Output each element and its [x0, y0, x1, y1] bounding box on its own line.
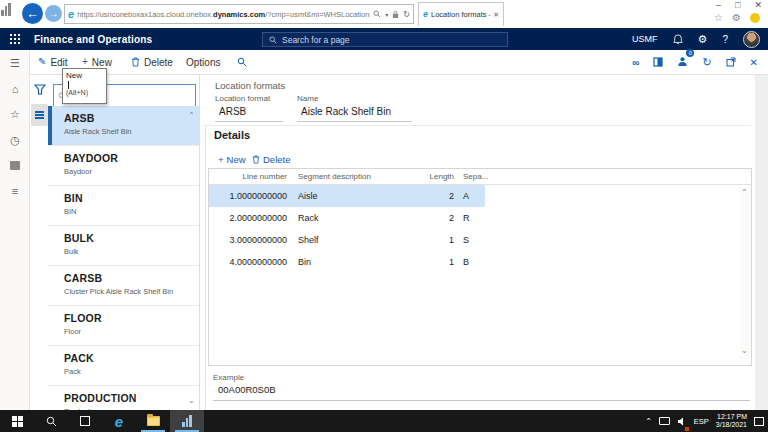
- help-icon[interactable]: ?: [722, 34, 728, 45]
- table-row[interactable]: 4.0000000000Bin1B: [209, 251, 485, 273]
- cell-length[interactable]: 2: [399, 213, 457, 223]
- col-line-number[interactable]: Line number: [209, 172, 291, 181]
- list-scroll-up-icon[interactable]: ⌃: [188, 112, 196, 120]
- attachments-icon[interactable]: ∞: [632, 57, 639, 68]
- waffle-icon[interactable]: [10, 34, 20, 44]
- task-view-icon: [80, 416, 90, 426]
- cell-line-number[interactable]: 2.0000000000: [209, 213, 291, 223]
- list-item[interactable]: CARSBCluster Pick Aisle Rack Shelf Bin: [48, 266, 200, 306]
- list-scroll-down-icon[interactable]: ⌄: [188, 397, 196, 405]
- browser-address-bar[interactable]: e https://usnconeboxax1aos.cloud.onebox.…: [64, 4, 414, 24]
- cell-length[interactable]: 1: [399, 235, 457, 245]
- popout-icon[interactable]: [726, 57, 736, 67]
- page-search-input[interactable]: Search for a page: [262, 32, 508, 47]
- modules-icon[interactable]: ≡: [0, 185, 30, 197]
- recent-clock-icon[interactable]: ◷: [0, 134, 30, 147]
- filter-funnel-icon[interactable]: [34, 84, 46, 95]
- grid-delete-button[interactable]: Delete: [252, 154, 290, 165]
- list-item[interactable]: PACKPack: [48, 346, 200, 386]
- table-row[interactable]: 2.0000000000Rack2R: [209, 207, 485, 229]
- settings-gear-icon[interactable]: ⚙: [698, 33, 708, 46]
- collapse-pane-button[interactable]: [31, 104, 48, 126]
- list-item[interactable]: ARSBAisle Rack Shelf Bin: [48, 106, 200, 146]
- tray-time: 12:17 PM: [716, 413, 747, 421]
- office-app-icon[interactable]: [653, 57, 663, 67]
- volume-icon[interactable]: [677, 412, 687, 430]
- cell-length[interactable]: 1: [399, 257, 457, 267]
- window-maximize-button[interactable]: □: [735, 0, 740, 10]
- cell-segment-description[interactable]: Rack: [291, 213, 399, 223]
- cell-line-number[interactable]: 3.0000000000: [209, 235, 291, 245]
- tray-show-hidden-icon[interactable]: ⌃: [645, 417, 652, 426]
- keyboard-language[interactable]: ESP: [694, 417, 709, 426]
- cell-separator[interactable]: A: [457, 191, 485, 201]
- refresh-page-icon[interactable]: ↻: [403, 10, 410, 19]
- col-length[interactable]: Length: [399, 172, 457, 181]
- grid-scrollbar[interactable]: ⌃ ⌄: [740, 187, 749, 359]
- grid-scroll-down-icon[interactable]: ⌄: [741, 347, 749, 355]
- refresh-icon[interactable]: ↻: [702, 56, 711, 69]
- home-icon[interactable]: ⌂: [0, 83, 30, 95]
- cell-separator[interactable]: B: [457, 257, 485, 267]
- list-item-title: PACK: [64, 352, 200, 364]
- cell-segment-description[interactable]: Shelf: [291, 235, 399, 245]
- address-dropdown-icon[interactable]: ▾: [385, 11, 388, 18]
- list-item[interactable]: PRODUCTIONProduction: [48, 386, 200, 410]
- cell-line-number[interactable]: 1.0000000000: [209, 191, 291, 201]
- cell-separator[interactable]: S: [457, 235, 485, 245]
- name-value[interactable]: Aisle Rack Shelf Bin: [297, 106, 412, 117]
- nav-hamburger-icon[interactable]: ☰: [0, 57, 30, 70]
- col-segment-description[interactable]: Segment description: [291, 172, 399, 181]
- taskbar-search-button[interactable]: [34, 410, 68, 432]
- clock[interactable]: 12:17 PM 3/18/2021: [716, 413, 747, 429]
- list-item[interactable]: BINBIN: [48, 186, 200, 226]
- close-page-icon[interactable]: ✕: [750, 57, 758, 68]
- toolbar-search-button[interactable]: [237, 50, 247, 74]
- window-close-button[interactable]: ✕: [754, 0, 762, 10]
- col-separator[interactable]: Sepa...: [457, 172, 485, 181]
- cell-line-number[interactable]: 4.0000000000: [209, 257, 291, 267]
- workspaces-icon[interactable]: [0, 160, 30, 172]
- cell-length[interactable]: 2: [399, 191, 457, 201]
- cell-segment-description[interactable]: Bin: [291, 257, 399, 267]
- bell-icon[interactable]: [673, 34, 683, 45]
- task-view-button[interactable]: [68, 410, 102, 432]
- options-button[interactable]: Options: [186, 50, 220, 74]
- taskbar-dynamics-button[interactable]: [170, 410, 204, 432]
- chart-bars-icon: [182, 415, 192, 427]
- cell-separator[interactable]: R: [457, 213, 485, 223]
- list-item-title: BIN: [64, 192, 200, 204]
- cell-segment-description[interactable]: Aisle: [291, 191, 399, 201]
- taskbar-ie-button[interactable]: e: [102, 410, 136, 432]
- list-item[interactable]: BULKBulk: [48, 226, 200, 266]
- favorites-icon[interactable]: ☆: [0, 108, 30, 121]
- user-avatar[interactable]: [743, 31, 760, 48]
- details-left-border: [205, 125, 206, 410]
- browser-back-button[interactable]: ←: [22, 3, 43, 24]
- window-minimize-button[interactable]: –: [716, 0, 721, 10]
- trash-icon: [252, 155, 260, 164]
- start-button[interactable]: [0, 410, 34, 432]
- location-format-value[interactable]: ARSB: [215, 106, 283, 117]
- name-field[interactable]: Name Aisle Rack Shelf Bin: [297, 94, 412, 122]
- taskbar-explorer-button[interactable]: [136, 410, 170, 432]
- messages-icon[interactable]: 0: [677, 53, 688, 71]
- browser-settings-gear-icon[interactable]: ⚙: [732, 12, 741, 23]
- list-item[interactable]: FLOORFloor: [48, 306, 200, 346]
- table-row[interactable]: 1.0000000000Aisle2A: [209, 185, 485, 207]
- action-center-icon[interactable]: [754, 417, 764, 426]
- network-icon[interactable]: [659, 417, 670, 425]
- grid-new-button[interactable]: + New: [218, 154, 246, 165]
- browser-forward-button[interactable]: →: [45, 5, 62, 22]
- address-search-icon[interactable]: [373, 10, 381, 18]
- location-format-field[interactable]: Location format ARSB: [215, 94, 283, 122]
- grid-scroll-up-icon[interactable]: ⌃: [741, 189, 749, 197]
- table-row[interactable]: 3.0000000000Shelf1S: [209, 229, 485, 251]
- tab-close-icon[interactable]: ✕: [493, 11, 499, 19]
- smiley-feedback-icon[interactable]: [750, 13, 760, 23]
- browser-tab[interactable]: e Location formats -- Finance... ✕: [418, 2, 504, 26]
- delete-button[interactable]: Delete: [131, 50, 173, 74]
- list-item[interactable]: BAYDOORBaydoor: [48, 146, 200, 186]
- favorites-star-icon[interactable]: ☆: [714, 12, 723, 23]
- company-picker[interactable]: USMF: [632, 34, 658, 44]
